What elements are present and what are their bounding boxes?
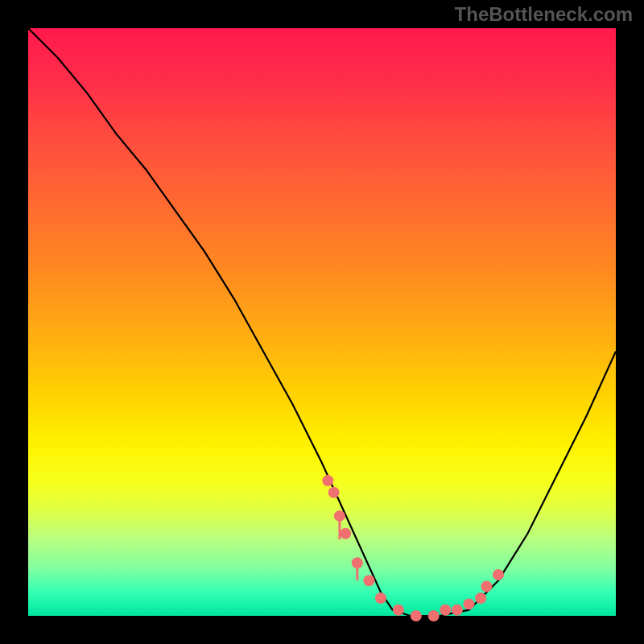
marker-dot [340, 528, 351, 539]
watermark-text: TheBottleneck.com [455, 5, 633, 24]
marker-dot [452, 605, 463, 616]
chart-stage: TheBottleneck.com [0, 0, 644, 644]
marker-dot [440, 605, 451, 616]
marker-dot [428, 610, 440, 621]
marker-dot [411, 610, 422, 621]
marker-dots [322, 475, 504, 621]
marker-dot [464, 598, 475, 609]
marker-dot [334, 510, 345, 522]
curve-line [28, 28, 616, 616]
marker-stalks [340, 516, 357, 580]
marker-dot [493, 569, 504, 580]
chart-svg [28, 28, 616, 616]
marker-dot [352, 557, 363, 568]
marker-dot [393, 605, 404, 616]
plot-area [28, 28, 616, 616]
marker-dot [475, 592, 486, 604]
marker-dot [375, 592, 386, 604]
marker-dot [322, 475, 333, 486]
marker-dot [481, 581, 492, 592]
marker-dot [363, 575, 374, 586]
marker-dot [328, 487, 340, 498]
